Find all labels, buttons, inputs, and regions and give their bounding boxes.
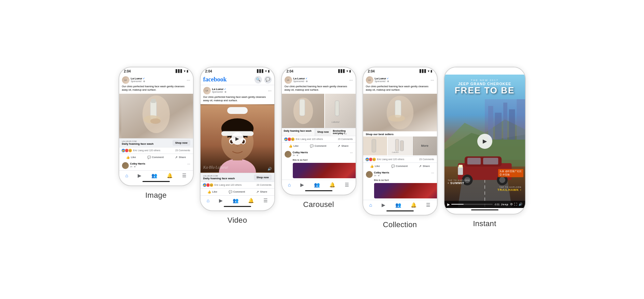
- instant-ad-video[interactable]: THE NEW 2017 JEEP GRAND CHEROKEE FREE TO…: [444, 75, 525, 208]
- time-video: 2:04: [205, 69, 212, 73]
- nav-menu-carousel[interactable]: ☰: [345, 182, 349, 187]
- carousel-image-2[interactable]: Lalueur: [325, 94, 355, 128]
- post-meta-carousel: La Lueur ✓ Sponsored · ⊕: [293, 77, 348, 83]
- nav-menu-image[interactable]: ☰: [182, 173, 187, 178]
- jeep-progress-bar: [451, 204, 493, 205]
- nav-video-carousel[interactable]: ▶: [300, 182, 304, 187]
- more-menu-carousel[interactable]: ···: [349, 78, 353, 82]
- status-icons-collection: ▋▋▋ ▾ ▮: [420, 69, 432, 73]
- share-button-carousel[interactable]: ↗ Share: [336, 143, 350, 149]
- nav-menu-collection[interactable]: ☰: [426, 202, 430, 208]
- play-button-instant[interactable]: ▶: [477, 134, 492, 149]
- comment-more-image[interactable]: ···: [187, 162, 190, 166]
- svg-point-5: [150, 118, 161, 124]
- comment-section-image: Colby Harris 1h · ⊕ ···: [119, 161, 193, 170]
- nav-bell-collection[interactable]: 🔔: [411, 202, 416, 208]
- comment-button-image[interactable]: 💬 Comment: [146, 155, 165, 160]
- nav-menu-video[interactable]: ☰: [263, 198, 268, 203]
- commenter-meta-image: Colby Harris 1h · ⊕: [130, 162, 186, 168]
- battery-icon: ▮: [187, 69, 188, 73]
- home-indicator-collection: [386, 210, 414, 211]
- commenter-row-carousel: Colby Harris 1h · ⊕ ···: [285, 151, 353, 158]
- nav-people-video[interactable]: 👥: [233, 198, 238, 203]
- like-button-carousel[interactable]: 👍 Like: [287, 143, 300, 149]
- collection-main-image[interactable]: [363, 94, 437, 131]
- shop-now-button-video[interactable]: Shop now: [254, 174, 272, 180]
- ad-card-carousel: LA La Lueur ✓ Sponsored · ⊕ ··· Our clin…: [282, 75, 356, 180]
- jeep-progress-fill: [451, 204, 464, 205]
- comment-more-collection[interactable]: ···: [431, 171, 434, 175]
- collection-thumb-2[interactable]: Lalueur: [388, 136, 412, 155]
- comment-text-collection: this is so fun!: [374, 179, 434, 182]
- commenter-name-collection: Colby Harris: [374, 171, 430, 174]
- nav-video-collection[interactable]: ▶: [382, 202, 385, 208]
- brand-name-image: La Lueur ✓: [131, 77, 186, 80]
- nav-home-carousel[interactable]: ⌂: [288, 182, 291, 187]
- play-button-video[interactable]: ▶: [231, 132, 244, 145]
- fullscreen-icon-jeep[interactable]: ⛶: [514, 203, 517, 206]
- verified-icon-image: ✓: [143, 77, 145, 80]
- carousel-item2-title: Bestselling everyday r...: [333, 130, 353, 134]
- sponsored-label-image: Sponsored · ⊕: [131, 80, 186, 83]
- reactions-text-carousel: Eric Liang and 120 others: [296, 138, 337, 140]
- share-button-collection[interactable]: ↗ Share: [417, 164, 431, 169]
- fb-header-video: facebook 🔍 💬: [201, 75, 274, 85]
- nav-bell-carousel[interactable]: 🔔: [329, 182, 335, 187]
- verified-icon-collection: ✓: [387, 77, 389, 80]
- phone-image: 2:04 ▋▋▋ ▾ ▮ LA La Lueur ✓: [119, 67, 194, 186]
- volume-icon-jeep[interactable]: 🔊: [519, 203, 522, 206]
- wifi-icon-i: ▾: [516, 69, 518, 73]
- signal-icon-c: ▋▋▋: [338, 69, 345, 73]
- bottom-nav-image: ⌂ ▶ 👥 🔔 ☰: [119, 170, 193, 180]
- search-icon-video[interactable]: 🔍: [255, 76, 262, 83]
- nav-people-image[interactable]: 👥: [151, 173, 157, 178]
- collection-thumb-1[interactable]: [363, 136, 387, 155]
- share-button-image[interactable]: ↗ Share: [174, 155, 187, 160]
- commenter-sub-collection: 1h · ⊕: [374, 174, 430, 177]
- shop-now-button-image[interactable]: Shop now: [173, 140, 190, 146]
- ad-card-video: LA La Lueur ✓ Sponsored · ⊕ ··· Our clin…: [201, 85, 274, 195]
- more-menu-image[interactable]: ···: [187, 78, 190, 82]
- wifi-icon-v: ▾: [265, 69, 267, 73]
- nav-bell-video[interactable]: 🔔: [248, 198, 254, 203]
- nav-home-image[interactable]: ⌂: [125, 173, 128, 178]
- comment-button-carousel[interactable]: 💬 Comment: [309, 143, 328, 149]
- like-button-video[interactable]: 👍 Like: [206, 189, 219, 195]
- nav-home-video[interactable]: ⌂: [207, 198, 209, 203]
- watermark: 头条 @外贸推广社区 ② 外贸推: [498, 169, 523, 177]
- carousel-shop-btn[interactable]: Shop now: [315, 128, 331, 136]
- play-control-icon[interactable]: ▶: [447, 203, 450, 206]
- collection-thumbnails-row: Lalueur More: [363, 136, 437, 156]
- ad-card-collection: LA La Lueur ✓ Sponsored · ⊕ ··· Our clin…: [363, 75, 437, 200]
- like-button-collection[interactable]: 👍 Like: [369, 164, 381, 169]
- more-menu-collection[interactable]: ···: [430, 78, 434, 82]
- nav-video-v[interactable]: ▶: [219, 198, 223, 203]
- collection-thumb-more[interactable]: More: [413, 136, 437, 155]
- action-buttons-video: 👍 Like 💬 Comment ↗ Share: [201, 188, 274, 195]
- carousel-item2-info: Bestselling everyday r...: [331, 128, 355, 136]
- action-buttons-carousel: 👍 Like 💬 Comment ↗ Share: [282, 142, 356, 150]
- nav-people-collection[interactable]: 👥: [395, 202, 401, 208]
- share-button-video[interactable]: ↗ Share: [255, 189, 269, 195]
- post-meta-video: La Lueur ✓ Sponsored · ⊕: [212, 88, 267, 93]
- comment-button-collection[interactable]: 💬 Comment: [390, 164, 409, 169]
- time-collection: 2:04: [368, 69, 375, 73]
- home-indicator-carousel: [305, 190, 332, 191]
- nav-video-image[interactable]: ▶: [138, 173, 141, 178]
- nav-people-carousel[interactable]: 👥: [314, 182, 320, 187]
- status-bar-image: 2:04 ▋▋▋ ▾ ▮: [119, 67, 193, 75]
- like-button-image[interactable]: 👍 Like: [125, 155, 137, 160]
- settings-icon-jeep[interactable]: ⚙: [510, 203, 513, 206]
- video-thumbnail[interactable]: Ka·Blu·Lalueur ▶ 🔊: [201, 104, 274, 173]
- nav-home-collection[interactable]: ⌂: [369, 202, 372, 208]
- nav-bell-image[interactable]: 🔔: [167, 173, 173, 178]
- sound-icon-video[interactable]: 🔊: [268, 167, 272, 171]
- more-menu-video[interactable]: ···: [268, 88, 271, 93]
- comment-icon-image: 💬: [147, 156, 151, 159]
- commenter-name-carousel: Colby Harris: [293, 151, 349, 154]
- comment-more-carousel[interactable]: ···: [350, 151, 353, 155]
- comment-button-video[interactable]: 💬 Comment: [227, 189, 247, 195]
- carousel-image-1[interactable]: [282, 94, 325, 128]
- jeep-time-display: -0:31: [494, 203, 499, 206]
- messenger-icon-video[interactable]: 💬: [264, 76, 272, 83]
